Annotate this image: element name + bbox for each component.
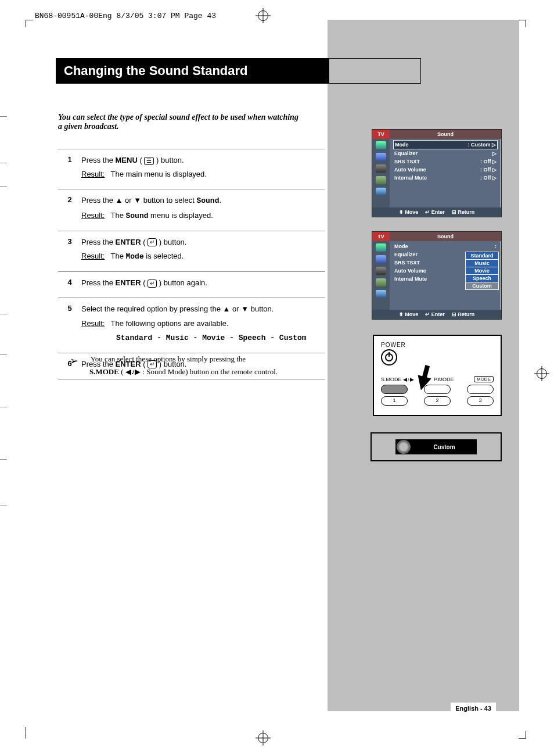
- text: is selected.: [144, 252, 184, 260]
- result-label: Result:: [81, 318, 105, 329]
- tv-tab: TV: [372, 232, 390, 241]
- text: Press the ▲ or ▼ button to select: [81, 196, 196, 205]
- page-title: Changing the Sound Standard: [56, 59, 329, 83]
- smode-button: [381, 385, 408, 394]
- enter-label: ENTER: [116, 238, 141, 246]
- result-label: Result:: [81, 251, 105, 261]
- return-hint: Return: [458, 311, 474, 317]
- step-1: 1 Press the MENU ( ☰ ) button. Result:Th…: [58, 149, 325, 189]
- step-number: 5: [58, 304, 81, 347]
- bleed-tick: [0, 459, 7, 460]
- step-number: 4: [58, 278, 81, 292]
- crop-mark: [519, 20, 526, 27]
- power-label: POWER: [381, 342, 494, 348]
- step-2: 2 Press the ▲ or ▼ button to select Soun…: [58, 189, 325, 230]
- osd-category-icons: [372, 241, 390, 310]
- osd-sound-menu: TV Sound Mode: Custom ▷Equalizer ▷SRS TS…: [372, 129, 502, 217]
- sound-label: Sound: [196, 196, 219, 205]
- text: Press the: [81, 156, 116, 164]
- osd-footer: ⬍ Move ↵ Enter ⊟ Return: [372, 207, 501, 217]
- text: ) button.: [154, 156, 184, 164]
- toast-text: Custom: [412, 444, 477, 450]
- result-label: Result:: [81, 210, 105, 221]
- mode-button: [467, 385, 494, 394]
- text: Press the: [81, 278, 116, 287]
- bleed-tick: [0, 163, 7, 163]
- text: .: [219, 196, 221, 205]
- text: The: [110, 252, 125, 260]
- enter-label: ENTER: [116, 278, 141, 287]
- result-label: Result:: [81, 169, 105, 180]
- step-number: 3: [58, 237, 81, 266]
- mode-option: Movie: [465, 267, 499, 275]
- text: Press the: [81, 238, 116, 246]
- pmode-label: P.MODE: [434, 376, 454, 382]
- reg-mark-right: [534, 366, 549, 381]
- step-number: 1: [58, 155, 81, 183]
- mode-options-popup: StandardMusicMovieSpeechCustom: [465, 252, 499, 289]
- power-button-icon: [381, 349, 397, 366]
- bleed-tick: [0, 354, 7, 355]
- sound-label: Sound: [125, 212, 148, 220]
- osd-row: Mode:: [393, 242, 498, 250]
- osd-row: Internal Mute: Off ▷: [393, 174, 498, 182]
- mode-option: Music: [465, 259, 499, 267]
- osd-row: SRS TSXT: Off ▷: [393, 157, 498, 166]
- crop-mark: [26, 727, 26, 739]
- osd-title: Sound: [390, 232, 501, 241]
- mode-label: MODE: [474, 376, 494, 382]
- text: (: [141, 238, 148, 246]
- reg-mark-top: [256, 8, 271, 23]
- move-hint: Move: [405, 209, 418, 215]
- menu-icon: ☰: [144, 157, 154, 165]
- mode-label: Mode: [125, 252, 143, 261]
- text: menu is displayed.: [149, 211, 213, 220]
- sound-mode-toast: Custom: [370, 432, 502, 461]
- intro-text: You can select the type of special sound…: [58, 113, 302, 131]
- enter-icon: ↵: [148, 280, 157, 288]
- mode-option: Speech: [465, 274, 499, 282]
- step-number: 2: [58, 195, 81, 224]
- enter-hint: Enter: [431, 209, 445, 215]
- note: ➢ You can select these options by simply…: [70, 354, 314, 377]
- text: (: [141, 278, 148, 287]
- steps-list: 1 Press the MENU ( ☰ ) button. Result:Th…: [58, 149, 325, 379]
- result-text: The main menu is displayed.: [110, 170, 206, 178]
- crop-mark: [26, 20, 33, 27]
- remote-diagram: POWER S.MODE ◀♪▶ P.MODE MODE 1 2 3: [373, 335, 502, 416]
- osd-category-icons: [372, 139, 390, 207]
- osd-title: Sound: [390, 130, 501, 139]
- num-3-button: 3: [467, 396, 494, 406]
- osd-row: Equalizer ▷: [393, 149, 498, 157]
- note-arrow-icon: ➢: [70, 355, 78, 367]
- osd-sound-mode-menu: TV Sound Mode:Equalizer:SRS TSXT:Auto Vo…: [372, 231, 502, 320]
- enter-hint: Enter: [431, 311, 445, 317]
- print-header: BN68-00951A-00Eng 8/3/05 3:07 PM Page 43: [35, 12, 216, 20]
- crop-mark: [519, 731, 526, 739]
- page-title-bar: Changing the Sound Standard: [56, 58, 421, 84]
- osd-list: Mode: Custom ▷Equalizer ▷SRS TSXT: Off ▷…: [390, 139, 501, 207]
- num-2-button: 2: [424, 396, 451, 406]
- bleed-tick: [0, 186, 7, 187]
- text: ) button.: [157, 238, 186, 246]
- bleed-tick: [0, 506, 7, 506]
- smode-label: S.MODE: [89, 367, 119, 376]
- note-text: ( ◀♪▶ : Sound Mode) button on the remote…: [119, 367, 278, 376]
- return-hint: Return: [458, 209, 474, 215]
- step-4: 4 Press the ENTER ( ↵ ) button again.: [58, 271, 325, 298]
- result-text: The following options are available.: [110, 319, 228, 328]
- options-list: Standard - Music - Movie - Speech - Cust…: [116, 334, 307, 342]
- reg-mark-bottom: [256, 730, 271, 746]
- text: (: [138, 156, 145, 164]
- note-text: You can select these options by simply p…: [91, 354, 246, 363]
- step-3: 3 Press the ENTER ( ↵ ) button. Result:T…: [58, 231, 325, 271]
- text: Select the required option by pressing t…: [81, 304, 325, 314]
- smode-label: S.MODE ◀♪▶: [381, 376, 414, 382]
- page-number: English - 43: [451, 703, 496, 714]
- mode-option: Custom: [465, 282, 499, 290]
- speaker-icon: [397, 440, 411, 454]
- tv-tab: TV: [372, 130, 390, 139]
- step-5: 5 Select the required option by pressing…: [58, 298, 325, 353]
- text: ) button again.: [157, 278, 207, 287]
- bleed-tick: [0, 407, 7, 407]
